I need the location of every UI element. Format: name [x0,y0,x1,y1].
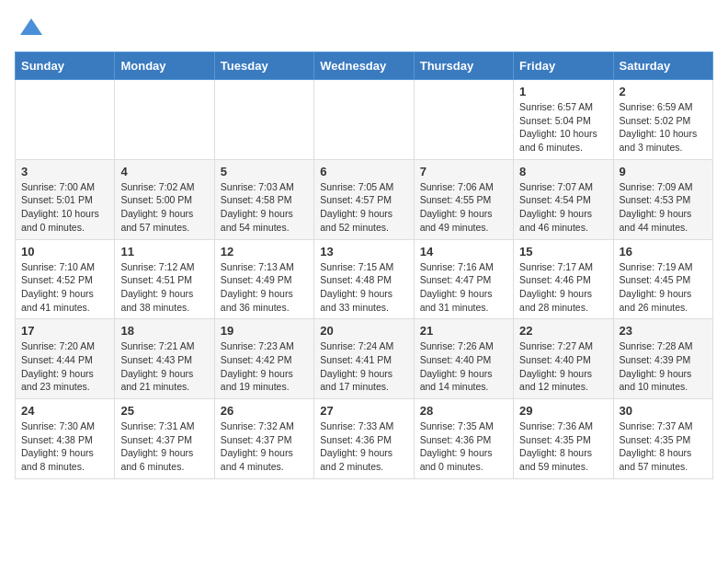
logo-icon [18,15,44,40]
column-header-saturday: Saturday [613,52,712,80]
day-info: Sunrise: 7:10 AM Sunset: 4:52 PM Dayligh… [21,260,108,315]
calendar-cell: 17Sunrise: 7:20 AM Sunset: 4:44 PM Dayli… [16,319,115,399]
day-info: Sunrise: 7:24 AM Sunset: 4:41 PM Dayligh… [320,339,407,394]
calendar-cell: 1Sunrise: 6:57 AM Sunset: 5:04 PM Daylig… [514,80,613,160]
day-info: Sunrise: 7:03 AM Sunset: 4:58 PM Dayligh… [221,180,308,235]
day-info: Sunrise: 7:05 AM Sunset: 4:57 PM Dayligh… [320,180,407,235]
column-header-sunday: Sunday [16,52,115,80]
day-number: 10 [21,245,108,259]
day-info: Sunrise: 7:33 AM Sunset: 4:36 PM Dayligh… [320,419,407,474]
day-info: Sunrise: 6:57 AM Sunset: 5:04 PM Dayligh… [519,100,607,155]
day-number: 25 [120,404,208,418]
calendar-cell: 5Sunrise: 7:03 AM Sunset: 4:58 PM Daylig… [214,159,313,239]
calendar-cell: 25Sunrise: 7:31 AM Sunset: 4:37 PM Dayli… [115,399,214,479]
day-number: 26 [221,404,308,418]
calendar-cell [414,80,513,160]
day-info: Sunrise: 7:17 AM Sunset: 4:46 PM Dayligh… [519,260,607,315]
day-info: Sunrise: 6:59 AM Sunset: 5:02 PM Dayligh… [620,100,707,155]
day-info: Sunrise: 7:06 AM Sunset: 4:55 PM Dayligh… [420,180,507,235]
column-header-thursday: Thursday [414,52,513,80]
calendar-cell: 24Sunrise: 7:30 AM Sunset: 4:38 PM Dayli… [16,399,115,479]
day-info: Sunrise: 7:21 AM Sunset: 4:43 PM Dayligh… [120,339,208,394]
day-number: 29 [519,404,607,418]
calendar-cell: 26Sunrise: 7:32 AM Sunset: 4:37 PM Dayli… [214,399,313,479]
day-number: 12 [221,245,308,259]
day-number: 21 [420,324,507,338]
calendar-cell: 11Sunrise: 7:12 AM Sunset: 4:51 PM Dayli… [115,239,214,319]
svg-marker-0 [20,18,42,35]
calendar-cell: 30Sunrise: 7:37 AM Sunset: 4:35 PM Dayli… [613,399,712,479]
calendar-cell: 8Sunrise: 7:07 AM Sunset: 4:54 PM Daylig… [514,159,613,239]
day-info: Sunrise: 7:26 AM Sunset: 4:40 PM Dayligh… [420,339,507,394]
calendar-cell: 16Sunrise: 7:19 AM Sunset: 4:45 PM Dayli… [613,239,712,319]
calendar-cell: 22Sunrise: 7:27 AM Sunset: 4:40 PM Dayli… [514,319,613,399]
calendar-cell: 10Sunrise: 7:10 AM Sunset: 4:52 PM Dayli… [16,239,115,319]
column-header-monday: Monday [115,52,214,80]
day-number: 13 [320,245,407,259]
calendar-week-row: 3Sunrise: 7:00 AM Sunset: 5:01 PM Daylig… [16,159,713,239]
calendar-cell: 12Sunrise: 7:13 AM Sunset: 4:49 PM Dayli… [214,239,313,319]
day-number: 7 [420,165,507,178]
day-info: Sunrise: 7:02 AM Sunset: 5:00 PM Dayligh… [120,180,208,235]
calendar-cell: 23Sunrise: 7:28 AM Sunset: 4:39 PM Dayli… [613,319,712,399]
day-number: 8 [519,165,607,178]
day-number: 30 [620,404,707,418]
calendar-cell [115,80,214,160]
day-number: 20 [320,324,407,338]
calendar-cell: 18Sunrise: 7:21 AM Sunset: 4:43 PM Dayli… [115,319,214,399]
day-info: Sunrise: 7:37 AM Sunset: 4:35 PM Dayligh… [620,419,707,474]
page-header [15,15,713,40]
calendar-cell: 7Sunrise: 7:06 AM Sunset: 4:55 PM Daylig… [414,159,513,239]
calendar-week-row: 1Sunrise: 6:57 AM Sunset: 5:04 PM Daylig… [16,80,713,160]
day-number: 22 [519,324,607,338]
day-info: Sunrise: 7:20 AM Sunset: 4:44 PM Dayligh… [21,339,108,394]
day-info: Sunrise: 7:28 AM Sunset: 4:39 PM Dayligh… [620,339,707,394]
day-info: Sunrise: 7:15 AM Sunset: 4:48 PM Dayligh… [320,260,407,315]
day-number: 23 [620,324,707,338]
day-info: Sunrise: 7:30 AM Sunset: 4:38 PM Dayligh… [21,419,108,474]
day-info: Sunrise: 7:23 AM Sunset: 4:42 PM Dayligh… [221,339,308,394]
day-info: Sunrise: 7:09 AM Sunset: 4:53 PM Dayligh… [620,180,707,235]
calendar-cell: 21Sunrise: 7:26 AM Sunset: 4:40 PM Dayli… [414,319,513,399]
day-number: 19 [221,324,308,338]
calendar-cell: 28Sunrise: 7:35 AM Sunset: 4:36 PM Dayli… [414,399,513,479]
day-number: 15 [519,245,607,259]
day-number: 6 [320,165,407,178]
day-info: Sunrise: 7:12 AM Sunset: 4:51 PM Dayligh… [120,260,208,315]
calendar-cell: 6Sunrise: 7:05 AM Sunset: 4:57 PM Daylig… [314,159,414,239]
calendar-cell [314,80,414,160]
day-info: Sunrise: 7:07 AM Sunset: 4:54 PM Dayligh… [519,180,607,235]
calendar-week-row: 17Sunrise: 7:20 AM Sunset: 4:44 PM Dayli… [16,319,713,399]
day-number: 1 [519,85,607,98]
day-number: 17 [21,324,108,338]
day-number: 5 [221,165,308,178]
calendar-cell: 4Sunrise: 7:02 AM Sunset: 5:00 PM Daylig… [115,159,214,239]
calendar-cell [16,80,115,160]
calendar-week-row: 10Sunrise: 7:10 AM Sunset: 4:52 PM Dayli… [16,239,713,319]
calendar-cell: 14Sunrise: 7:16 AM Sunset: 4:47 PM Dayli… [414,239,513,319]
calendar-cell: 9Sunrise: 7:09 AM Sunset: 4:53 PM Daylig… [613,159,712,239]
calendar-header-row: SundayMondayTuesdayWednesdayThursdayFrid… [16,52,713,80]
column-header-wednesday: Wednesday [314,52,414,80]
day-info: Sunrise: 7:27 AM Sunset: 4:40 PM Dayligh… [519,339,607,394]
calendar-table: SundayMondayTuesdayWednesdayThursdayFrid… [15,52,713,479]
day-number: 27 [320,404,407,418]
day-info: Sunrise: 7:31 AM Sunset: 4:37 PM Dayligh… [120,419,208,474]
calendar-cell: 27Sunrise: 7:33 AM Sunset: 4:36 PM Dayli… [314,399,414,479]
day-info: Sunrise: 7:13 AM Sunset: 4:49 PM Dayligh… [221,260,308,315]
calendar-cell: 29Sunrise: 7:36 AM Sunset: 4:35 PM Dayli… [514,399,613,479]
calendar-cell: 2Sunrise: 6:59 AM Sunset: 5:02 PM Daylig… [613,80,712,160]
day-info: Sunrise: 7:32 AM Sunset: 4:37 PM Dayligh… [221,419,308,474]
day-number: 18 [120,324,208,338]
day-number: 28 [420,404,507,418]
calendar-cell: 13Sunrise: 7:15 AM Sunset: 4:48 PM Dayli… [314,239,414,319]
column-header-tuesday: Tuesday [214,52,313,80]
day-info: Sunrise: 7:35 AM Sunset: 4:36 PM Dayligh… [420,419,507,474]
calendar-cell: 20Sunrise: 7:24 AM Sunset: 4:41 PM Dayli… [314,319,414,399]
day-info: Sunrise: 7:16 AM Sunset: 4:47 PM Dayligh… [420,260,507,315]
day-number: 4 [120,165,208,178]
day-number: 24 [21,404,108,418]
day-number: 3 [21,165,108,178]
day-info: Sunrise: 7:19 AM Sunset: 4:45 PM Dayligh… [620,260,707,315]
day-info: Sunrise: 7:36 AM Sunset: 4:35 PM Dayligh… [519,419,607,474]
